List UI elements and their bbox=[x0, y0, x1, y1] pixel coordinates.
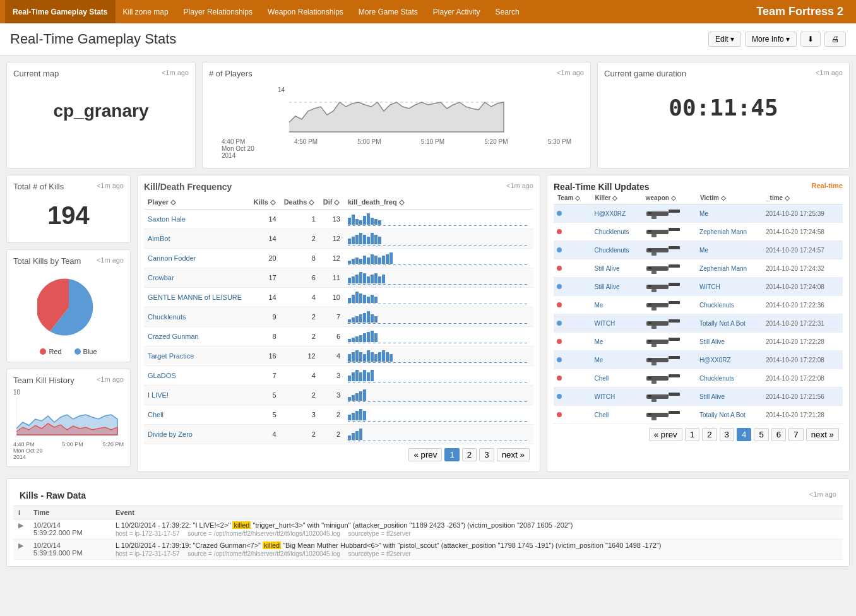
kd-prev-btn[interactable]: « prev bbox=[408, 448, 442, 461]
th-deaths[interactable]: Deaths ◇ bbox=[280, 196, 319, 210]
kuth-weapon[interactable]: weapon ◇ bbox=[642, 192, 696, 204]
kill-killer[interactable]: Still Alive bbox=[591, 278, 641, 296]
kd-player-name[interactable]: Saxton Hale bbox=[144, 210, 250, 229]
kuth-killer[interactable]: Killer ◇ bbox=[591, 192, 641, 204]
raw-expand[interactable]: ▶ bbox=[13, 519, 28, 540]
th-player[interactable]: Player ◇ bbox=[144, 196, 250, 210]
kill-victim[interactable]: Totally Not A Bot bbox=[696, 406, 763, 424]
x-label-1: 4:40 PMMon Oct 202014 bbox=[222, 138, 254, 159]
kd-dif: 4 bbox=[319, 346, 344, 366]
kill-victim[interactable]: Still Alive bbox=[696, 333, 763, 351]
kd-thead: Player ◇ Kills ◇ Deaths ◇ Dif ◇ kill_dea… bbox=[144, 196, 533, 210]
kd-freq-bars bbox=[344, 210, 533, 229]
kd-page-3[interactable]: 3 bbox=[479, 448, 494, 461]
svg-rect-34 bbox=[648, 340, 651, 342]
raw-meta-host: host = ip-172-31-17-57 bbox=[116, 550, 179, 557]
kill-killer[interactable]: WITCH bbox=[591, 314, 641, 333]
kill-victim[interactable]: WITCH bbox=[696, 278, 763, 296]
ku-prev-btn[interactable]: « prev bbox=[649, 428, 682, 441]
kill-weapon bbox=[642, 406, 696, 424]
ku-page-3[interactable]: 3 bbox=[720, 428, 734, 441]
kuth-team[interactable]: Team ◇ bbox=[554, 192, 591, 204]
nav-item-more-stats[interactable]: More Game Stats bbox=[351, 0, 425, 23]
svg-rect-16 bbox=[669, 264, 680, 268]
kd-table-scroll[interactable]: Player ◇ Kills ◇ Deaths ◇ Dif ◇ kill_dea… bbox=[144, 196, 533, 444]
kill-killer[interactable]: Me bbox=[591, 351, 641, 369]
kill-killer[interactable]: Chell bbox=[591, 406, 641, 424]
print-button[interactable]: 🖨 bbox=[824, 32, 846, 47]
kd-player-name[interactable]: GENTLE MANNE of LEISURE bbox=[144, 288, 250, 307]
page-header: Real-Time Gameplay Stats Edit ▾ More Inf… bbox=[0, 23, 856, 56]
ku-page-2[interactable]: 2 bbox=[702, 428, 716, 441]
kd-player-name[interactable]: Divide by Zero bbox=[144, 425, 250, 444]
kill-killer[interactable]: H@XX0RZ bbox=[591, 204, 641, 223]
kill-killer[interactable]: Still Alive bbox=[591, 259, 641, 278]
kd-row: Crazed Gunman 8 2 6 bbox=[144, 327, 533, 346]
svg-rect-32 bbox=[669, 338, 680, 341]
ku-page-4[interactable]: 4 bbox=[737, 428, 751, 441]
kd-player-name[interactable]: Crowbar bbox=[144, 268, 250, 288]
kill-row: Chucklenuts Zepheniah Mann 2014-10-20 17… bbox=[554, 223, 843, 241]
kd-next-btn[interactable]: next » bbox=[497, 448, 530, 461]
kill-killer[interactable]: Me bbox=[591, 296, 641, 314]
kd-title: Kill/Death Frequency bbox=[144, 182, 232, 192]
ku-next-btn[interactable]: next » bbox=[806, 428, 839, 441]
kill-victim[interactable]: Totally Not A Bot bbox=[696, 314, 763, 333]
nav-item-activity[interactable]: Player Activity bbox=[425, 0, 488, 23]
map-name-value: cp_granary bbox=[13, 82, 189, 140]
kill-updates-scroll[interactable]: Team ◇ Killer ◇ weapon ◇ Victim ◇ _time … bbox=[554, 192, 843, 424]
kuth-time[interactable]: _time ◇ bbox=[763, 192, 843, 204]
kill-victim[interactable]: H@XX0RZ bbox=[696, 351, 763, 369]
th-x1: 4:40 PMMon Oct 202014 bbox=[13, 441, 43, 460]
nav-item-search[interactable]: Search bbox=[488, 0, 527, 23]
kill-killer[interactable]: Me bbox=[591, 333, 641, 351]
kill-team bbox=[554, 388, 591, 406]
download-button[interactable]: ⬇ bbox=[800, 32, 821, 47]
kill-victim[interactable]: Chucklenuts bbox=[696, 369, 763, 388]
kd-page-1[interactable]: 1 bbox=[444, 448, 459, 461]
kill-killer[interactable]: WITCH bbox=[591, 388, 641, 406]
kd-player-name[interactable]: I LIVE! bbox=[144, 386, 250, 405]
ku-page-1[interactable]: 1 bbox=[685, 428, 699, 441]
kill-victim[interactable]: Me bbox=[696, 241, 763, 259]
th-dif[interactable]: Dif ◇ bbox=[319, 196, 344, 210]
kd-player-name[interactable]: Crazed Gunman bbox=[144, 327, 250, 346]
ku-page-5[interactable]: 5 bbox=[754, 428, 768, 441]
nav-item-player-rel[interactable]: Player Relationships bbox=[176, 0, 260, 23]
kill-victim[interactable]: Me bbox=[696, 204, 763, 223]
kd-player-name[interactable]: Cannon Fodder bbox=[144, 249, 250, 268]
kill-victim[interactable]: Still Alive bbox=[696, 388, 763, 406]
kill-killer[interactable]: Chucklenuts bbox=[591, 223, 641, 241]
ku-page-6[interactable]: 6 bbox=[771, 428, 786, 441]
kill-victim[interactable]: Zepheniah Mann bbox=[696, 223, 763, 241]
ku-page-7[interactable]: 7 bbox=[788, 428, 803, 441]
more-info-button[interactable]: More Info ▾ bbox=[745, 32, 797, 47]
team-history-x-axis: 4:40 PMMon Oct 202014 5:00 PM 5:20 PM bbox=[13, 441, 124, 460]
realtime-badge: Real-time bbox=[811, 182, 843, 189]
kuth-victim[interactable]: Victim ◇ bbox=[696, 192, 763, 204]
kd-page-2[interactable]: 2 bbox=[462, 448, 477, 461]
raw-expand[interactable]: ▶ bbox=[13, 540, 28, 560]
svg-rect-6 bbox=[648, 212, 651, 214]
th-freq[interactable]: kill_death_freq ◇ bbox=[344, 196, 533, 210]
kill-killer[interactable]: Chucklenuts bbox=[591, 241, 641, 259]
kd-player-name[interactable]: GLaDOS bbox=[144, 366, 250, 386]
kd-freq-bars bbox=[344, 288, 533, 307]
kill-victim[interactable]: Chucklenuts bbox=[696, 296, 763, 314]
kd-player-name[interactable]: Target Practice bbox=[144, 346, 250, 366]
nav-item-killzone[interactable]: Kill zone map bbox=[116, 0, 176, 23]
nav-item-weapon-rel[interactable]: Weapon Relationships bbox=[260, 0, 351, 23]
kd-player-name[interactable]: Chucklenuts bbox=[144, 307, 250, 327]
nav-item-realtime[interactable]: Real-Time Gameplay Stats bbox=[5, 0, 116, 23]
kill-killer[interactable]: Chell bbox=[591, 369, 641, 388]
svg-rect-48 bbox=[669, 411, 680, 414]
page-title: Real-Time Gameplay Stats bbox=[10, 31, 708, 47]
team-kills-age: <1m ago bbox=[97, 256, 124, 264]
kd-player-name[interactable]: AimBot bbox=[144, 229, 250, 249]
kill-victim[interactable]: Zepheniah Mann bbox=[696, 259, 763, 278]
svg-rect-25 bbox=[651, 307, 657, 311]
kill-team bbox=[554, 351, 591, 369]
kd-player-name[interactable]: Chell bbox=[144, 405, 250, 425]
th-kills[interactable]: Kills ◇ bbox=[250, 196, 280, 210]
edit-button[interactable]: Edit ▾ bbox=[708, 32, 741, 47]
